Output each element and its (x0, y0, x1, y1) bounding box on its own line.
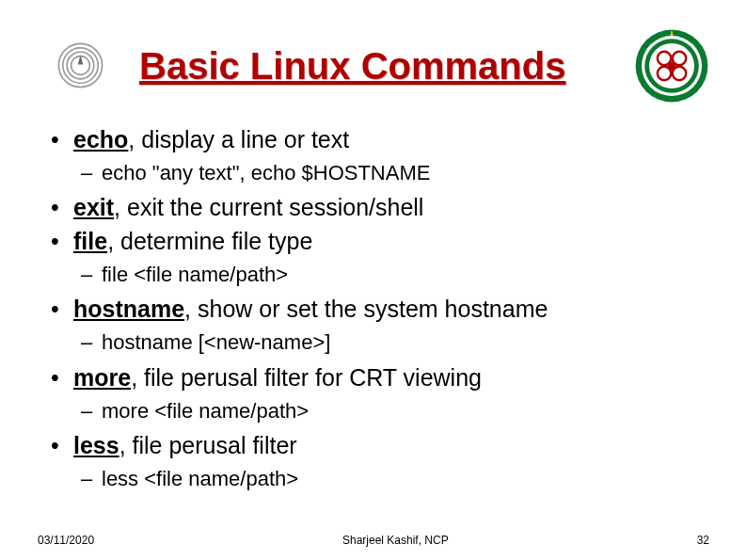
logo-right (634, 28, 709, 104)
command-name: less (73, 432, 119, 458)
command-sub-list: echo "any text", echo $HOSTNAME (73, 160, 709, 187)
command-desc: , display a line or text (128, 126, 349, 152)
command-sub-item: less <file name/path> (73, 466, 709, 493)
command-name: exit (73, 194, 114, 220)
slide-title: Basic Linux Commands (139, 45, 634, 88)
footer-date: 03/11/2020 (38, 534, 94, 547)
svg-point-12 (669, 63, 675, 69)
command-list: echo, display a line or textecho "any te… (45, 124, 709, 492)
command-desc: , show or set the system hostname (184, 296, 548, 322)
command-name: echo (73, 126, 128, 152)
svg-point-0 (58, 43, 102, 87)
command-item: more, file perusal filter for CRT viewin… (45, 362, 709, 424)
command-item: hostname, show or set the system hostnam… (45, 294, 709, 356)
svg-point-1 (62, 47, 97, 82)
command-sub-list: less <file name/path> (73, 466, 709, 493)
command-name: file (73, 228, 107, 254)
slide-content: echo, display a line or textecho "any te… (38, 124, 709, 492)
slide-header: Basic Linux Commands (38, 28, 709, 104)
command-sub-item: more <file name/path> (73, 398, 709, 425)
slide-footer: 03/11/2020 Sharjeel Kashif, NCP 32 (0, 534, 747, 547)
command-desc: , exit the current session/shell (114, 194, 423, 220)
command-sub-list: more <file name/path> (73, 398, 709, 425)
command-desc: , file perusal filter (119, 432, 297, 458)
logo-left (38, 31, 122, 102)
footer-author: Sharjeel Kashif, NCP (342, 534, 449, 547)
command-item: less, file perusal filterless <file name… (45, 430, 709, 492)
command-sub-item: hostname [<new-name>] (73, 329, 709, 357)
command-sub-list: hostname [<new-name>] (73, 329, 709, 357)
command-sub-item: file <file name/path> (73, 262, 709, 289)
command-item: file, determine file typefile <file name… (45, 226, 709, 288)
command-sub-item: echo "any text", echo $HOSTNAME (73, 160, 709, 187)
command-item: exit, exit the current session/shell (45, 192, 709, 224)
command-item: echo, display a line or textecho "any te… (45, 124, 709, 186)
command-desc: , file perusal filter for CRT viewing (131, 364, 482, 391)
spiral-icon (55, 40, 106, 91)
command-name: more (73, 364, 131, 391)
footer-page: 32 (697, 534, 709, 547)
command-name: hostname (73, 296, 184, 322)
command-desc: , determine file type (107, 228, 312, 254)
command-sub-list: file <file name/path> (73, 262, 709, 289)
